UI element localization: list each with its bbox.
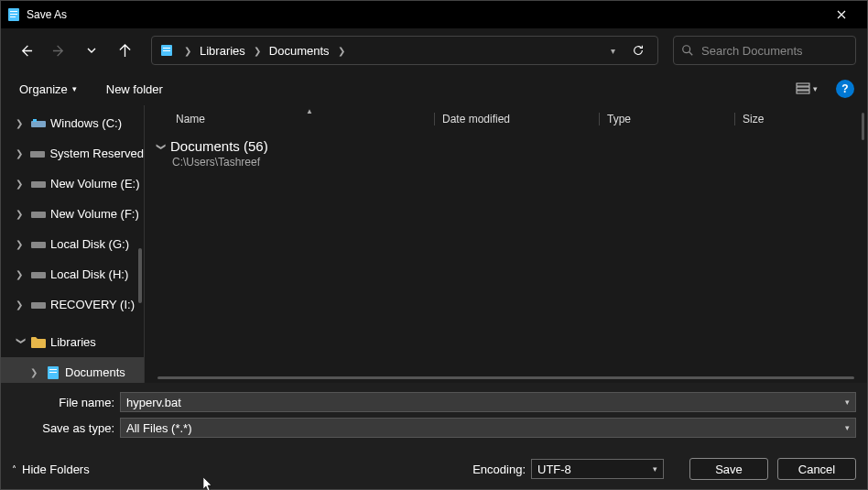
drive-icon (31, 267, 46, 282)
chevron-right-icon[interactable]: ❯ (16, 179, 27, 189)
breadcrumb-documents[interactable]: Documents (267, 44, 331, 58)
drive-icon (31, 116, 46, 131)
group-title: Documents (56) (170, 138, 268, 154)
vertical-scrollbar[interactable] (862, 113, 864, 140)
location-icon (159, 43, 174, 58)
hide-folders-button[interactable]: ˄ Hide Folders (12, 463, 90, 476)
column-name[interactable]: Name ▲ (168, 113, 434, 125)
help-button[interactable]: ? (836, 80, 854, 98)
svg-point-7 (683, 46, 690, 53)
tree-item-local-disk-g[interactable]: ❯ Local Disk (G:) (1, 229, 144, 259)
filename-label: File name: (12, 396, 120, 409)
drive-icon (30, 147, 45, 161)
tree-item-new-volume-f[interactable]: ❯ New Volume (F:) (1, 199, 144, 229)
refresh-button[interactable] (626, 44, 650, 57)
encoding-select[interactable]: UTF-8 ▾ (531, 459, 664, 479)
navigation-pane: ❯ Windows (C:) ❯ System Reserved ❯ New V… (1, 105, 144, 383)
svg-rect-11 (31, 121, 46, 127)
file-list-area: Name ▲ Date modified Type Size ❯ Documen… (144, 105, 867, 383)
svg-rect-18 (31, 302, 46, 309)
svg-rect-17 (31, 272, 46, 278)
view-button[interactable]: ▾ (790, 79, 823, 99)
tree-item-libraries[interactable]: ❯ Libraries (1, 327, 144, 357)
svg-rect-13 (30, 151, 45, 158)
documents-icon (46, 365, 60, 380)
address-dropdown[interactable]: ▾ (603, 46, 623, 56)
chevron-down-icon[interactable]: ▾ (845, 397, 850, 407)
drive-icon (31, 237, 46, 252)
encoding-label: Encoding: (472, 463, 526, 476)
horizontal-scrollbar[interactable] (157, 376, 854, 379)
back-button[interactable] (12, 37, 39, 64)
tree-item-system-reserved[interactable]: ❯ System Reserved (1, 138, 144, 169)
tree-item-documents[interactable]: ❯ Documents (1, 357, 144, 383)
main-area: ❯ Windows (C:) ❯ System Reserved ❯ New V… (1, 105, 867, 383)
svg-rect-3 (10, 16, 16, 17)
svg-rect-9 (797, 87, 809, 90)
chevron-right-icon[interactable]: ❯ (16, 269, 27, 279)
tree-item-local-disk-h[interactable]: ❯ Local Disk (H:) (1, 259, 144, 289)
tree-item-windows-c[interactable]: ❯ Windows (C:) (1, 108, 144, 138)
organize-button[interactable]: Organize ▾ (14, 79, 82, 100)
chevron-down-icon[interactable]: ❯ (16, 337, 27, 348)
toolbar: Organize ▾ New folder ▾ ? (1, 72, 867, 105)
savetype-label: Save as type: (12, 421, 120, 435)
drive-icon (31, 177, 46, 191)
address-bar[interactable]: ❯ Libraries ❯ Documents ❯ ▾ (151, 36, 658, 65)
group-header[interactable]: ❯ Documents (56) (157, 138, 854, 154)
close-button[interactable] (821, 1, 862, 28)
chevron-right-icon[interactable]: ❯ (251, 46, 264, 56)
svg-rect-2 (10, 14, 17, 15)
chevron-right-icon[interactable]: ❯ (16, 299, 27, 310)
chevron-right-icon[interactable]: ❯ (16, 118, 27, 128)
column-headers: Name ▲ Date modified Type Size (145, 105, 867, 133)
up-button[interactable] (111, 37, 138, 64)
chevron-down-icon: ▾ (72, 84, 77, 93)
sidebar-scrollbar[interactable] (138, 248, 142, 303)
new-folder-button[interactable]: New folder (101, 79, 168, 100)
search-input[interactable]: Search Documents (673, 36, 856, 65)
footer: ˄ Hide Folders Encoding: UTF-8 ▾ Save Ca… (1, 447, 867, 489)
svg-rect-16 (31, 242, 46, 248)
forward-button[interactable] (45, 37, 72, 64)
savetype-select[interactable]: All Files (*.*) ▾ (120, 418, 856, 438)
chevron-right-icon[interactable]: ❯ (16, 239, 27, 249)
column-date[interactable]: Date modified (434, 113, 599, 125)
search-placeholder: Search Documents (701, 44, 803, 58)
breadcrumb-libraries[interactable]: Libraries (198, 44, 247, 58)
svg-rect-5 (163, 48, 170, 49)
svg-rect-15 (31, 212, 46, 218)
save-button[interactable]: Save (689, 458, 768, 480)
svg-rect-21 (49, 372, 57, 373)
cancel-button[interactable]: Cancel (777, 458, 856, 480)
sort-indicator-icon: ▲ (306, 107, 313, 115)
drive-icon (31, 298, 46, 312)
chevron-down-icon[interactable]: ▾ (653, 464, 657, 474)
drive-icon (31, 207, 46, 222)
folder-icon (31, 335, 46, 350)
column-type[interactable]: Type (599, 113, 734, 125)
chevron-down-icon[interactable]: ❯ (157, 143, 167, 150)
svg-rect-10 (797, 91, 809, 93)
chevron-down-icon[interactable]: ▾ (845, 423, 850, 432)
notepad-icon (6, 7, 21, 22)
group-path: C:\Users\Tashreef (157, 156, 854, 169)
filename-input[interactable]: hyperv.bat ▾ (120, 392, 856, 412)
chevron-right-icon[interactable]: ❯ (16, 148, 26, 158)
tree-item-recovery-i[interactable]: ❯ RECOVERY (I:) (1, 289, 144, 320)
svg-rect-6 (163, 50, 170, 51)
recent-dropdown[interactable] (78, 37, 105, 64)
chevron-right-icon[interactable]: ❯ (30, 367, 41, 377)
chevron-right-icon[interactable]: ❯ (335, 46, 348, 56)
chevron-right-icon[interactable]: ❯ (181, 46, 194, 56)
column-size[interactable]: Size (734, 113, 826, 125)
file-area[interactable]: ❯ Documents (56) C:\Users\Tashreef (145, 133, 867, 383)
svg-rect-8 (797, 83, 809, 86)
chevron-down-icon: ▾ (813, 84, 818, 93)
titlebar: Save As (1, 1, 867, 28)
window-title: Save As (27, 8, 821, 21)
chevron-right-icon[interactable]: ❯ (16, 209, 27, 219)
tree-item-new-volume-e[interactable]: ❯ New Volume (E:) (1, 169, 144, 199)
form-area: File name: hyperv.bat ▾ Save as type: Al… (1, 383, 867, 447)
chevron-up-icon: ˄ (12, 464, 16, 474)
